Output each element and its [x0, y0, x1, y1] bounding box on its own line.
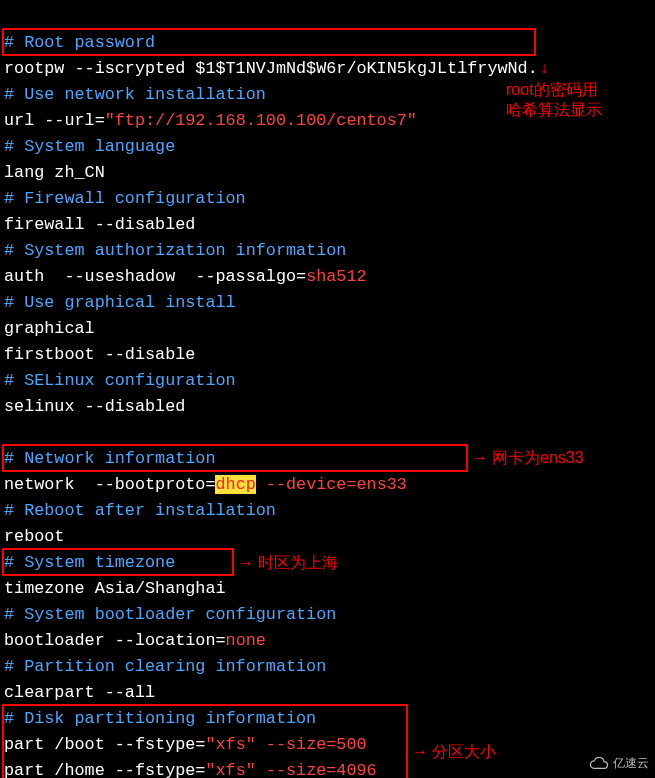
- annotation-part: 分区大小: [432, 742, 496, 762]
- comment-clearpart: # Partition clearing information: [4, 657, 326, 676]
- line-part-home-a: part /home --fstype=: [4, 761, 205, 778]
- line-part-boot-a: part /boot --fstype=: [4, 735, 205, 754]
- comment-root-password: # Root password: [4, 33, 155, 52]
- line-url-a: url --url=: [4, 111, 105, 130]
- comment-disk-part: # Disk partitioning information: [4, 709, 316, 728]
- line-bootloader-b: none: [226, 631, 266, 650]
- annotation-network: 网卡为ens33: [492, 448, 584, 468]
- comment-reboot: # Reboot after installation: [4, 501, 276, 520]
- comment-graphical: # Use graphical install: [4, 293, 236, 312]
- line-auth-a: auth --useshadow --passalgo=: [4, 267, 306, 286]
- line-lang: lang zh_CN: [4, 163, 105, 182]
- comment-system-language: # System language: [4, 137, 175, 156]
- line-firewall: firewall --disabled: [4, 215, 195, 234]
- comment-timezone: # System timezone: [4, 553, 175, 572]
- annotation-arrow-network: →: [472, 448, 488, 468]
- line-part-home-b: "xfs": [205, 761, 255, 778]
- line-part-boot-b: "xfs": [205, 735, 255, 754]
- comment-auth: # System authorization information: [4, 241, 346, 260]
- line-network-a: network --bootproto=: [4, 475, 215, 494]
- comment-firewall: # Firewall configuration: [4, 189, 246, 208]
- line-network-b: dhcp: [215, 475, 255, 494]
- annotation-arrow-down: ↓: [540, 58, 548, 78]
- line-rootpw: rootpw --iscrypted $1$T1NVJmNd$W6r/oKIN5…: [4, 59, 538, 78]
- comment-network-info: # Network information: [4, 449, 215, 468]
- line-network-c: --device=ens33: [256, 475, 407, 494]
- watermark: 亿速云: [589, 755, 649, 772]
- line-clearpart: clearpart --all: [4, 683, 155, 702]
- annotation-timezone: 时区为上海: [258, 553, 338, 573]
- comment-selinux: # SELinux configuration: [4, 371, 236, 390]
- line-auth-b: sha512: [306, 267, 366, 286]
- line-reboot: reboot: [4, 527, 64, 546]
- watermark-text: 亿速云: [613, 755, 649, 772]
- comment-network-install: # Use network installation: [4, 85, 266, 104]
- comment-bootloader: # System bootloader configuration: [4, 605, 336, 624]
- line-part-home-c: --size=4096: [256, 761, 377, 778]
- line-url-b: "ftp://192.168.100.100/centos7": [105, 111, 417, 130]
- line-graphical: graphical: [4, 319, 95, 338]
- line-timezone: timezone Asia/Shanghai: [4, 579, 226, 598]
- annotation-arrow-timezone: →: [238, 553, 254, 573]
- annotation-root-l1: root的密码用: [506, 80, 598, 100]
- annotation-arrow-part: →: [412, 742, 428, 762]
- line-bootloader-a: bootloader --location=: [4, 631, 226, 650]
- line-part-boot-c: --size=500: [256, 735, 367, 754]
- annotation-root-l2: 哈希算法显示: [506, 100, 602, 120]
- cloud-icon: [589, 757, 609, 771]
- line-selinux: selinux --disabled: [4, 397, 185, 416]
- line-firstboot: firstboot --disable: [4, 345, 195, 364]
